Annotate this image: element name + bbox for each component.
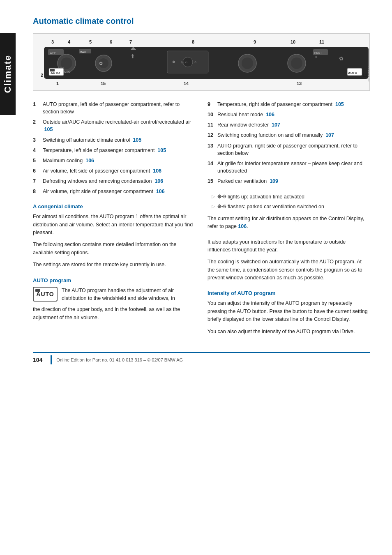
svg-text:13: 13 [297,81,302,86]
numbered-list-right: 9 Temperature, right side of passenger c… [208,101,370,185]
item-text: Temperature, right side of passenger com… [217,101,344,108]
list-item: 15 Parked car ventilation 109 [208,177,370,185]
list-item: 8 Air volume, right side of passenger co… [33,188,195,195]
sub-bullet-text: ❊❊flashes: parked car ventilation switch… [217,203,324,211]
intensity-para2: You can also adjust the intensity of the… [208,328,370,336]
air-distribution-note: The current setting for air distribution… [208,215,370,231]
list-item: 5 Maximum cooling 106 [33,157,195,164]
item-number: 8 [33,188,41,195]
svg-text:1: 1 [56,81,59,86]
item-number: 11 [208,121,216,129]
list-item: 2 Outside air/AUC Automatic recirculated… [33,118,195,133]
sub-bullet-text: ❊❊lights up: activation time activated [217,193,304,201]
list-column-left: 1 AUTO program, left side of passenger c… [33,101,195,340]
item-number: 14 [208,160,216,175]
congenial-para3: The settings are stored for the remote k… [33,261,195,269]
svg-text:✿: ✿ [339,55,344,62]
congenial-para2: The following section contains more deta… [33,241,195,257]
svg-text:❄: ❄ [172,60,175,64]
svg-text:6: 6 [110,39,112,44]
item-number: 1 [33,101,41,115]
list-item: 10 Residual heat mode 106 [208,111,370,118]
item-text: Air volume, left side of passenger compa… [43,167,161,175]
right-para2: The cooling is switched on automatically… [208,258,370,282]
sub-bullet-2: ▷ ❊❊flashes: parked car ventilation swit… [212,203,370,211]
item-text: Switching off automatic climate control … [43,136,141,144]
side-tab-label: Climate [2,55,13,93]
list-item: 11 Rear window defroster 107 [208,121,370,129]
section-auto-header: AUTO program [33,277,195,283]
item-text: Temperature, left side of passenger comp… [43,147,166,154]
right-para1: It also adapts your instructions for the… [208,238,370,254]
svg-point-33 [242,58,253,69]
auto-program-box: AUTO The AUTO program handles the adjust… [33,287,195,303]
item-text: AUTO program, left side of passenger com… [43,101,195,115]
item-text: Switching cooling function on and off ma… [217,131,334,139]
diagram-container: 3 4 5 6 7 8 9 10 11 OFF AUTO ⊙⊙ MAX [33,33,370,91]
svg-text:AUTO: AUTO [348,71,357,75]
svg-point-35 [291,58,302,69]
item-text: Defrosting windows and removing condensa… [43,177,163,185]
svg-text:15: 15 [101,81,106,86]
svg-text:|||: ||| [315,55,317,58]
page-number: 104 [33,357,42,363]
item-number: 7 [33,177,41,185]
svg-text:REST: REST [314,51,322,54]
svg-text:OFF: OFF [50,51,56,55]
svg-text:5: 5 [89,39,92,44]
list-column-right: 9 Temperature, right side of passenger c… [208,101,370,340]
item-text: Air volume, right side of passenger comp… [43,188,165,195]
item-text: Outside air/AUC Automatic recirculated-a… [43,118,195,133]
svg-text:8: 8 [192,39,194,44]
auto-badge: AUTO [33,287,58,302]
svg-text:4: 4 [68,39,71,44]
section-congenial-header: A congenial climate [33,203,195,210]
list-item: 12 Switching cooling function on and off… [208,131,370,139]
climate-control-diagram: 3 4 5 6 7 8 9 10 11 OFF AUTO ⊙⊙ MAX [40,38,374,91]
congenial-para1: For almost all conditions, the AUTO prog… [33,213,195,237]
item-number: 5 [33,157,41,164]
svg-text:○: ○ [185,60,187,64]
item-number: 4 [33,147,41,154]
list-item: 1 AUTO program, left side of passenger c… [33,101,195,115]
svg-text:⬆: ⬆ [130,53,135,60]
item-number: 13 [208,142,216,157]
svg-text:11: 11 [319,39,324,44]
svg-text:2: 2 [41,73,43,78]
page-title: Automatic climate control [33,16,376,26]
svg-text:MAX: MAX [80,51,86,53]
svg-text:○: ○ [194,60,196,64]
svg-text:⊟: ⊟ [181,60,184,64]
footer-bar [51,355,52,364]
item-text: Maximum cooling 106 [43,157,94,164]
page-footer: 104 Online Edition for Part no. 01 41 0 … [33,352,370,364]
list-item: 3 Switching off automatic climate contro… [33,136,195,144]
content-columns: 1 AUTO program, left side of passenger c… [33,101,370,340]
numbered-list-left: 1 AUTO program, left side of passenger c… [33,101,195,195]
svg-text:UCF3098.MH: UCF3098.MH [367,67,370,82]
footer-text: Online Edition for Part no. 01 41 0 013 … [56,357,183,362]
list-item: 14 Air grille for interior temperature s… [208,160,370,175]
auto-badge-label: AUTO [36,291,54,297]
item-text: Residual heat mode 106 [217,111,274,118]
item-text: Air grille for interior temperature sens… [217,160,370,175]
svg-text:9: 9 [254,39,256,44]
item-number: 9 [208,101,216,108]
svg-text:✿: ✿ [99,61,103,66]
side-tab: Climate [0,33,16,115]
svg-text:7: 7 [129,39,132,44]
svg-text:14: 14 [184,81,189,86]
svg-text:3: 3 [51,39,54,44]
item-text: Parked car ventilation 109 [217,177,278,185]
list-item: 6 Air volume, left side of passenger com… [33,167,195,175]
item-number: 10 [208,111,216,118]
intensity-para1: You can adjust the intensity of the AUTO… [208,299,370,323]
item-number: 15 [208,177,216,185]
item-number: 12 [208,131,216,139]
svg-text:10: 10 [291,39,295,44]
item-text: AUTO program, right side of passenger co… [217,142,370,157]
item-text: Rear window defroster 107 [217,121,280,129]
list-item: 9 Temperature, right side of passenger c… [208,101,370,108]
section-intensity-header: Intensity of AUTO program [208,290,370,296]
item-number: 3 [33,136,41,144]
